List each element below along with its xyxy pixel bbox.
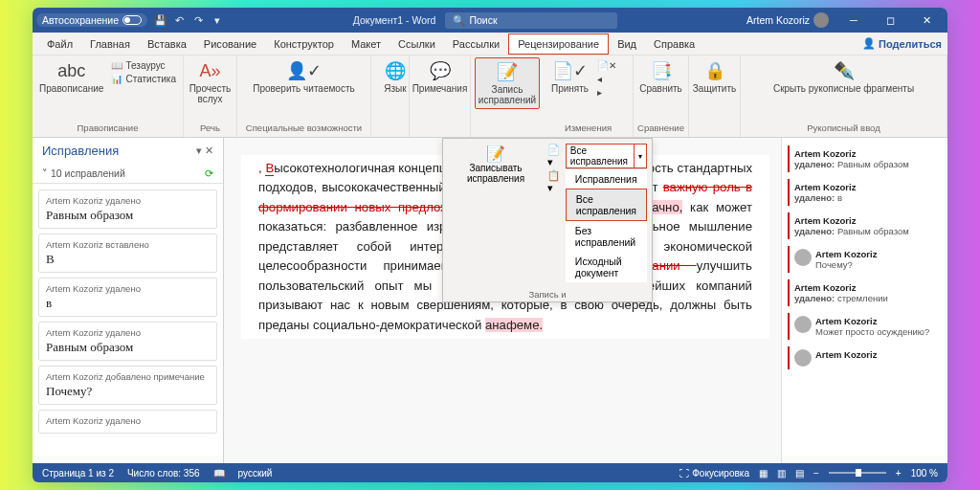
comment-item[interactable]: Artem Kozorizудалено: в (788, 179, 942, 206)
tab-design[interactable]: Конструктор (265, 34, 343, 54)
revision-item[interactable]: Artem Kozoriz удаленов (38, 278, 217, 317)
revision-item[interactable]: Artem Kozoriz удаленоРавным образом (38, 189, 217, 229)
comment-item[interactable]: Artem Kozoriz (788, 346, 942, 369)
comment-item[interactable]: Artem Kozorizудалено: стремлении (788, 279, 942, 306)
tab-home[interactable]: Главная (81, 34, 139, 54)
refresh-icon[interactable]: ⟳ (205, 167, 213, 179)
document-name: Документ1 - Word (353, 14, 436, 26)
zoom-out-icon[interactable]: − (813, 468, 819, 479)
ribbon-tabs: Файл Главная Вставка Рисование Конструкт… (33, 33, 947, 56)
tab-draw[interactable]: Рисование (195, 34, 265, 54)
accept-button[interactable]: 📄✓Принять (547, 57, 592, 97)
avatar (794, 349, 812, 367)
pane-title: Исправления (42, 144, 119, 158)
app-window: Автосохранение 💾 ↶ ↷ ▾ Документ1 - Word … (33, 8, 947, 482)
inserted-text: В (265, 161, 274, 176)
tab-mailings[interactable]: Рассылки (444, 34, 508, 54)
spell-check-icon[interactable]: 📖 (213, 468, 225, 479)
compare-button[interactable]: 📑Сравнить (637, 57, 684, 97)
prev-change-icon[interactable]: ◂ (596, 73, 617, 85)
zoom-level[interactable]: 100 % (911, 468, 938, 479)
ribbon: abcПравописание 📖 Тезаурус 📊 Статистика … (33, 56, 947, 138)
comment-item[interactable]: Artem Kozorizудалено: Равным образом (788, 145, 942, 172)
dropdown-option[interactable]: Без исправлений (566, 221, 647, 252)
dropdown-option[interactable]: Исправления (566, 169, 647, 189)
tab-review[interactable]: Рецензирование (508, 33, 609, 55)
track-changes-button[interactable]: 📝Запись исправлений (475, 57, 540, 109)
reviewing-pane-icon[interactable]: 📋▾ (547, 169, 562, 193)
comment-item[interactable]: Artem Kozorizудалено: Равным образом (788, 212, 942, 239)
track-changes-split[interactable]: 📝Записывать исправления (446, 142, 546, 284)
content-area: Исправления ▾ ✕ ˅ 10 исправлений ⟳ Artem… (33, 138, 947, 463)
highlighted-text: анафеме. (485, 318, 543, 332)
revision-item[interactable]: Artem Kozoriz удалено (38, 410, 217, 434)
comments-button[interactable]: 💬Примечания (413, 57, 466, 97)
undo-icon[interactable]: ↶ (172, 13, 186, 27)
avatar (794, 249, 812, 266)
view-print-icon[interactable]: ▥ (777, 468, 786, 479)
word-count[interactable]: Число слов: 356 (127, 468, 200, 479)
spelling-button[interactable]: abcПравописание (36, 57, 106, 97)
document-area[interactable]: 📝Записывать исправления 📄▾ 📋▾ Все исправ… (224, 138, 781, 463)
next-change-icon[interactable]: ▸ (596, 86, 617, 99)
language[interactable]: русский (238, 468, 273, 479)
share-button[interactable]: 👤 Поделиться (862, 37, 942, 50)
hide-ink-button[interactable]: ✒️Скрыть рукописные фрагменты (769, 57, 918, 97)
comment-item[interactable]: Artem KozorizПочему? (788, 246, 942, 273)
user-account[interactable]: Artem Kozoriz (746, 12, 829, 28)
dropdown-option[interactable]: Исходный документ (566, 252, 647, 282)
revision-item[interactable]: Artem Kozoriz добавлено примечаниеПочему… (38, 366, 217, 405)
redo-icon[interactable]: ↷ (191, 13, 205, 27)
revision-item[interactable]: Artem Kozoriz удаленоРавным образом (38, 322, 217, 361)
display-mode-select[interactable]: Все исправления ▾ (566, 144, 647, 168)
zoom-slider[interactable] (829, 472, 886, 474)
tab-file[interactable]: Файл (38, 34, 81, 54)
revisions-pane: Исправления ▾ ✕ ˅ 10 исправлений ⟳ Artem… (33, 138, 224, 463)
display-for-review-dropdown: 📝Записывать исправления 📄▾ 📋▾ Все исправ… (442, 138, 653, 302)
comments-pane: Artem Kozorizудалено: Равным образомArte… (781, 138, 947, 463)
tab-references[interactable]: Ссылки (390, 34, 444, 54)
chevron-down-icon[interactable]: ▾ (634, 144, 647, 168)
save-icon[interactable]: 💾 (153, 13, 167, 27)
status-bar: Страница 1 из 2 Число слов: 356 📖 русски… (33, 463, 947, 482)
tab-view[interactable]: Вид (609, 34, 645, 54)
focus-mode[interactable]: ⛶ Фокусировка (679, 468, 749, 479)
autosave-toggle[interactable]: Автосохранение (36, 13, 147, 27)
view-web-icon[interactable]: ▤ (795, 468, 804, 479)
accessibility-button[interactable]: 👤✓Проверить читаемость (249, 57, 358, 97)
comment-item[interactable]: Artem KozorizМожет просто осуждению? (788, 313, 942, 340)
search-icon: 🔍 (453, 14, 465, 27)
tab-help[interactable]: Справка (645, 34, 703, 54)
read-aloud-button[interactable]: A»Прочесть вслух (188, 57, 233, 107)
page-number[interactable]: Страница 1 из 2 (42, 468, 114, 479)
qat-dropdown-icon[interactable]: ▾ (211, 13, 224, 27)
statistics-button[interactable]: 📊 Статистика (110, 73, 177, 85)
avatar (794, 316, 812, 333)
revision-item[interactable]: Artem Kozoriz вставленоВ (38, 234, 217, 273)
close-button[interactable]: ✕ (909, 8, 944, 33)
minimize-button[interactable]: ─ (836, 8, 871, 33)
protect-button[interactable]: 🔒Защитить (693, 57, 736, 97)
maximize-button[interactable]: ◻ (873, 8, 907, 33)
zoom-in-icon[interactable]: + (896, 468, 902, 479)
thesaurus-button[interactable]: 📖 Тезаурус (110, 59, 177, 72)
revision-count: ˅ 10 исправлений (42, 167, 125, 179)
dropdown-option[interactable]: Все исправления (566, 189, 647, 221)
pane-close-icon[interactable]: ▾ ✕ (196, 145, 213, 157)
view-read-icon[interactable]: ▦ (759, 468, 768, 479)
search-box[interactable]: 🔍 Поиск (445, 12, 617, 29)
titlebar: Автосохранение 💾 ↶ ↷ ▾ Документ1 - Word … (33, 8, 947, 33)
avatar (813, 12, 829, 28)
show-markup-icon[interactable]: 📄▾ (547, 144, 562, 167)
tab-layout[interactable]: Макет (343, 34, 390, 54)
reject-icon[interactable]: 📄✕ (596, 59, 617, 72)
tab-insert[interactable]: Вставка (139, 34, 195, 54)
